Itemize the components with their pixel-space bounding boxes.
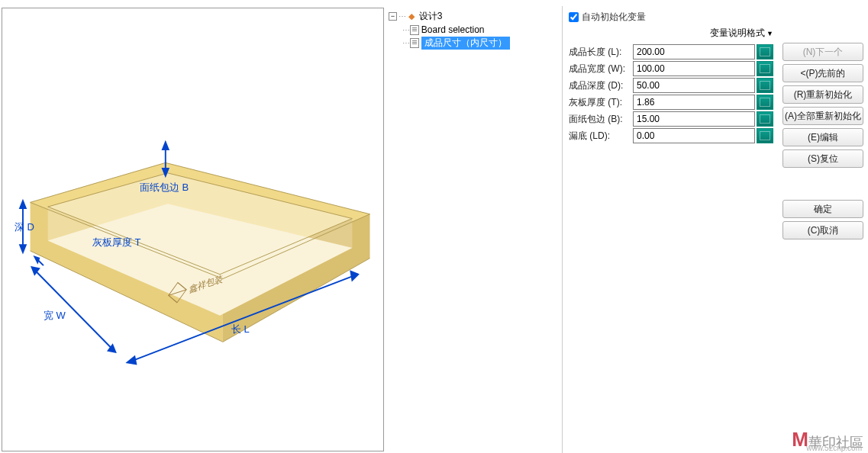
window-titlebar [0,0,868,6]
dim-label-depth: 深 D [15,220,34,234]
param-label: 漏底 (LD): [569,130,633,143]
param-label: 灰板厚度 (T): [569,96,633,109]
dim-label-length: 长 L [231,323,250,336]
svg-marker-20 [350,271,358,281]
param-button[interactable] [757,128,773,143]
param-label: 成品宽度 (W): [569,63,633,76]
parameters-panel: 自动初始化变量 变量说明格式 ▼ 成品长度 (L): 成品宽度 (W): [563,6,779,453]
tree-item-board[interactable]: ⋯ Board selection [387,24,560,36]
param-label: 面纸包边 (B): [569,113,633,126]
param-label: 成品长度 (L): [569,46,633,59]
box-rendering: 鑫祥包装 [2,8,383,451]
chevron-down-icon: ▼ [766,30,773,37]
tree-connector-icon: ⋯ [402,26,408,34]
param-button[interactable] [757,61,773,76]
watermark-logo-icon: M [792,428,805,451]
auto-init-label: 自动初始化变量 [582,11,646,24]
tree-root-label: 设计3 [419,10,443,23]
edit-button[interactable]: (E)编辑 [782,128,863,146]
ok-button[interactable]: 确定 [782,200,863,218]
dim-label-wrap: 面纸包边 B [140,181,189,194]
right-pane: 自动初始化变量 变量说明格式 ▼ 成品长度 (L): 成品宽度 (W): [563,6,868,453]
main-area: 鑫祥包装 面纸包边 B 灰板厚度 T 深 D 宽 W 长 L − ⋯ ◆ 设计3… [0,6,868,453]
svg-marker-13 [20,201,26,208]
tree-item-label: Board selection [421,24,485,35]
param-button[interactable] [757,95,773,110]
auto-init-checkbox[interactable]: 自动初始化变量 [569,11,646,24]
folder-icon: ◆ [406,11,417,22]
svg-marker-14 [20,245,26,252]
param-input-wrap[interactable] [633,111,755,127]
param-row-leak: 漏底 (LD): [569,128,773,143]
document-icon [410,25,419,35]
tree-root[interactable]: − ⋯ ◆ 设计3 [387,9,560,24]
side-buttons: (N)下一个 <(P)先前的 (R)重新初始化 (A)全部重新初始化 (E)编辑… [779,6,868,453]
param-input-width[interactable] [633,61,755,76]
tree-connector-icon: ⋯ [402,39,408,47]
previous-button[interactable]: <(P)先前的 [782,64,863,82]
svg-marker-19 [127,357,137,365]
param-row-wrap: 面纸包边 (B): [569,111,773,127]
param-row-thickness: 灰板厚度 (T): [569,95,773,110]
next-button[interactable]: (N)下一个 [782,43,863,61]
cancel-button[interactable]: (C)取消 [782,221,863,239]
variable-format-dropdown[interactable]: 变量说明格式 ▼ [710,27,773,40]
param-input-length[interactable] [633,44,755,59]
tree-item-dimensions[interactable]: ⋯ 成品尺寸（内尺寸） [387,36,560,50]
param-input-thickness[interactable] [633,95,755,110]
param-row-width: 成品宽度 (W): [569,61,773,76]
auto-init-checkbox-input[interactable] [569,12,579,22]
param-label: 成品深度 (D): [569,79,633,92]
reinit-all-button[interactable]: (A)全部重新初始化 [782,107,863,125]
svg-marker-11 [34,257,39,263]
param-button[interactable] [757,78,773,93]
param-button[interactable] [757,111,773,127]
tree-panel: − ⋯ ◆ 设计3 ⋯ Board selection ⋯ 成品尺寸（内尺寸） [386,6,563,453]
watermark: M 華印社區 www.52cnp.com [792,428,863,451]
param-button[interactable] [757,44,773,59]
param-input-leak[interactable] [633,128,755,143]
reinit-button[interactable]: (R)重新初始化 [782,85,863,104]
param-rows: 成品长度 (L): 成品宽度 (W): 成品深度 (D): 灰板厚度 (T): [569,44,773,143]
dim-label-width: 宽 W [44,309,66,323]
document-icon [410,38,419,48]
svg-marker-8 [163,142,169,149]
param-row-length: 成品长度 (L): [569,44,773,59]
dim-label-thickness: 灰板厚度 T [92,236,141,249]
param-row-depth: 成品深度 (D): [569,78,773,93]
reset-button[interactable]: (S)复位 [782,149,863,168]
watermark-url: www.52cnp.com [806,444,862,452]
param-input-depth[interactable] [633,78,755,93]
viewport-3d[interactable]: 鑫祥包装 面纸包边 B 灰板厚度 T 深 D 宽 W 长 L [2,8,384,451]
tree-item-label-selected: 成品尺寸（内尺寸） [421,37,510,50]
collapse-icon[interactable]: − [389,12,397,21]
tree-connector-icon: ⋯ [399,12,405,21]
dropdown-label: 变量说明格式 [710,27,765,40]
